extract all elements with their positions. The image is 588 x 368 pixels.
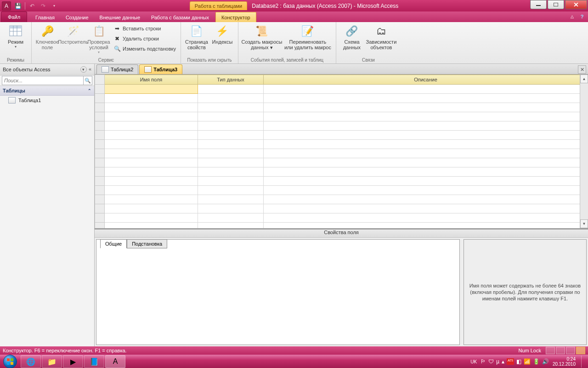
view-button[interactable]: Режим ▾ <box>3 23 28 49</box>
row-selector[interactable] <box>95 204 105 213</box>
field-name-cell[interactable] <box>105 94 198 103</box>
view-pivot-icon[interactable] <box>556 347 565 354</box>
field-name-cell[interactable] <box>105 112 198 121</box>
row-selector[interactable] <box>95 94 105 103</box>
undo-icon[interactable]: ↶ <box>28 2 36 10</box>
tray-util-icon[interactable]: µ <box>496 358 499 365</box>
field-name-cell[interactable] <box>105 186 198 195</box>
tray-ati-icon[interactable]: ATI <box>507 358 514 365</box>
minimize-button[interactable] <box>530 0 547 9</box>
nav-header[interactable]: Все объекты Access ▾« <box>0 64 94 75</box>
data-type-cell[interactable] <box>198 103 264 112</box>
row-selector[interactable] <box>95 112 105 121</box>
description-cell[interactable] <box>264 121 588 131</box>
data-type-cell[interactable] <box>198 112 264 121</box>
description-cell[interactable] <box>264 149 588 158</box>
vertical-scrollbar[interactable]: ▲ ▼ <box>580 75 588 228</box>
rename-delete-macro-button[interactable]: 📝 Переименовать или удалить макрос <box>283 23 333 50</box>
nav-collapse-icon[interactable]: « <box>89 66 91 73</box>
nav-item-table1[interactable]: Таблица1 <box>0 96 94 105</box>
relationships-button[interactable]: 🔗 Схема данных <box>339 23 365 50</box>
doc-tab-table3[interactable]: Таблица3 <box>139 64 182 74</box>
insert-rows-button[interactable]: ➡Вставить строки <box>112 24 178 33</box>
data-type-cell[interactable] <box>198 85 264 94</box>
field-name-cell[interactable] <box>105 140 198 149</box>
description-cell[interactable] <box>264 103 588 112</box>
taskbar-ie-icon[interactable]: 🌐 <box>21 355 41 368</box>
nav-dropdown-icon[interactable]: ▾ <box>80 66 87 73</box>
col-header-datatype[interactable]: Тип данных <box>198 75 264 85</box>
field-name-cell[interactable] <box>105 121 198 131</box>
description-cell[interactable] <box>264 112 588 121</box>
collapse-group-icon[interactable]: ⌃ <box>88 88 91 93</box>
description-cell[interactable] <box>264 204 588 213</box>
primary-key-button[interactable]: 🔑 Ключевое поле <box>34 23 60 50</box>
row-selector[interactable] <box>95 213 105 223</box>
tray-battery-icon[interactable]: 🔋 <box>533 358 540 365</box>
save-icon[interactable]: 💾 <box>14 2 22 10</box>
field-name-cell[interactable] <box>105 204 198 213</box>
data-type-cell[interactable] <box>198 213 264 223</box>
field-name-cell[interactable] <box>105 158 198 167</box>
tray-app-icon[interactable]: ◧ <box>516 358 521 365</box>
doc-tab-table2[interactable]: Таблица2 <box>96 64 138 74</box>
row-selector[interactable] <box>95 140 105 149</box>
data-type-cell[interactable] <box>198 204 264 213</box>
view-chart-icon[interactable] <box>566 347 575 354</box>
create-data-macros-button[interactable]: 📜 Создать макросы данных ▾ <box>241 23 283 50</box>
description-cell[interactable] <box>264 213 588 223</box>
data-type-cell[interactable] <box>198 195 264 204</box>
row-selector[interactable] <box>95 103 105 112</box>
redo-icon[interactable]: ↷ <box>39 2 47 10</box>
taskbar-access-icon[interactable]: A <box>105 355 125 368</box>
design-grid[interactable]: Имя поля Тип данных Описание <box>95 75 588 228</box>
select-all-corner[interactable] <box>95 75 105 85</box>
app-icon[interactable]: A <box>2 1 11 11</box>
tab-design[interactable]: Конструктор <box>215 12 256 22</box>
taskbar-mediaplayer-icon[interactable]: ▶ <box>63 355 83 368</box>
row-selector[interactable] <box>95 85 105 94</box>
file-tab[interactable]: Файл <box>1 12 27 22</box>
close-button[interactable] <box>565 0 587 9</box>
property-sheet-button[interactable]: 📄 Страница свойств <box>184 23 209 50</box>
description-cell[interactable] <box>264 140 588 149</box>
row-selector[interactable] <box>95 121 105 131</box>
row-selector[interactable] <box>95 195 105 204</box>
taskbar-clock[interactable]: 0:24 20.12.2010 <box>553 356 576 367</box>
object-dependencies-button[interactable]: 🗂 Зависимости объектов <box>365 23 398 50</box>
row-selector[interactable] <box>95 186 105 195</box>
row-selector[interactable] <box>95 149 105 158</box>
prop-tab-general[interactable]: Общие <box>100 239 127 248</box>
taskbar-explorer-icon[interactable]: 📁 <box>42 355 62 368</box>
close-tab-button[interactable]: ✕ <box>578 65 586 74</box>
description-cell[interactable] <box>264 94 588 103</box>
field-name-cell[interactable] <box>105 195 198 204</box>
row-selector[interactable] <box>95 131 105 140</box>
start-button[interactable] <box>0 355 20 368</box>
indexes-button[interactable]: ⚡ Индексы <box>209 23 235 45</box>
description-cell[interactable] <box>264 85 588 94</box>
delete-rows-button[interactable]: ✖Удалить строки <box>112 34 178 43</box>
description-cell[interactable] <box>264 167 588 177</box>
prop-tab-lookup[interactable]: Подстановка <box>127 239 167 248</box>
minimize-ribbon-icon[interactable]: △ <box>569 13 575 20</box>
language-indicator[interactable]: UK <box>470 359 477 364</box>
row-selector[interactable] <box>95 223 105 229</box>
field-name-cell[interactable] <box>105 85 198 94</box>
description-cell[interactable] <box>264 186 588 195</box>
show-desktop-button[interactable] <box>581 356 585 368</box>
taskbar-app-icon[interactable]: 📘 <box>84 355 104 368</box>
view-datasheet-icon[interactable] <box>546 347 555 354</box>
row-selector[interactable] <box>95 158 105 167</box>
field-name-cell[interactable] <box>105 149 198 158</box>
field-name-cell[interactable] <box>105 103 198 112</box>
validation-button[interactable]: 📋 Проверка условий ▾ <box>86 23 112 54</box>
tab-database-tools[interactable]: Работа с базами данных <box>146 12 215 22</box>
col-header-description[interactable]: Описание <box>264 75 588 85</box>
row-selector[interactable] <box>95 177 105 186</box>
nav-group-tables[interactable]: Таблицы ⌃ <box>0 86 94 96</box>
description-cell[interactable] <box>264 223 588 229</box>
tray-volume-icon[interactable]: 🔊 <box>542 358 549 365</box>
data-type-cell[interactable] <box>198 167 264 177</box>
description-cell[interactable] <box>264 131 588 140</box>
